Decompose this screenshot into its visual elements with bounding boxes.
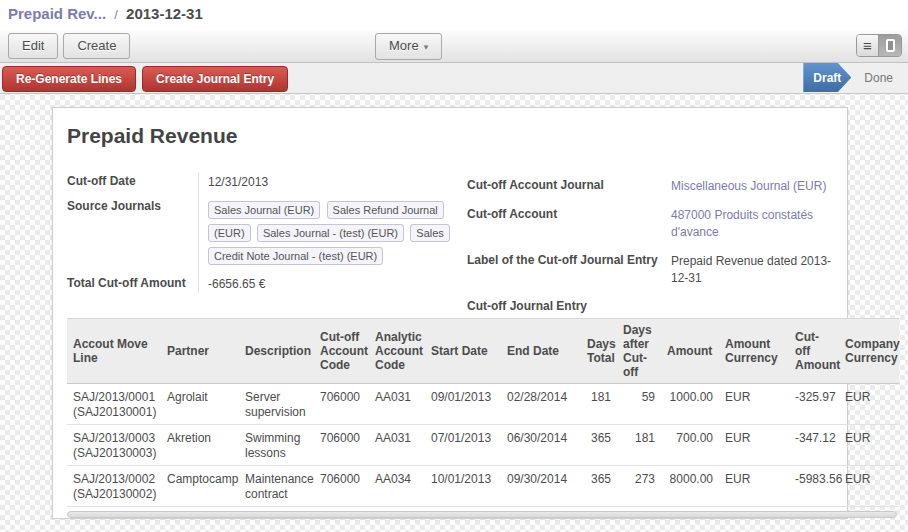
table-cell: 181 [581, 384, 617, 425]
table-cell: Akretion [161, 425, 239, 466]
table-header-cell[interactable]: Description [239, 319, 314, 384]
list-view-button[interactable]: ≡ [857, 35, 879, 56]
table-header-cell[interactable]: Amount Currency [719, 319, 789, 384]
table-cell: 10/01/2013 [425, 466, 501, 507]
journal-tag[interactable]: Sales Journal (EUR) [208, 201, 320, 219]
table-cell: EUR [839, 466, 899, 507]
table-cell: 700.00 [661, 425, 719, 466]
table-header-cell[interactable]: Accout Move Line [67, 319, 161, 384]
cutoff-account-link[interactable]: 487000 Produits constatés d'avance [667, 203, 839, 245]
view-switcher: ≡ [856, 34, 902, 57]
field-cutoff-journal-entry: Cut-off Journal Entry [467, 295, 847, 318]
breadcrumb-current: 2013-12-31 [126, 5, 203, 22]
status-done: Done [851, 63, 908, 92]
edit-button[interactable]: Edit [8, 33, 58, 59]
table-cell: -5983.56 [789, 466, 839, 507]
table-header-cell[interactable]: Start Date [425, 319, 501, 384]
field-cutoff-account-journal: Cut-off Account Journal Miscellaneous Jo… [467, 174, 847, 199]
table-cell: 706000 [314, 425, 369, 466]
table-row[interactable]: SAJ/2013/0002 (SAJ20130002) Camptocamp M… [67, 466, 899, 507]
table-cell: 07/01/2013 [425, 425, 501, 466]
form-right-group: Cut-off Account Journal Miscellaneous Jo… [467, 174, 847, 322]
field-source-journals: Source Journals Sales Journal (EUR) Sale… [67, 195, 465, 272]
table-cell: 706000 [314, 384, 369, 425]
table-cell: Swimming lessons [239, 425, 314, 466]
action-buttons-group: Re-Generate Lines Create Journal Entry [2, 66, 288, 92]
breadcrumb: Prepaid Rev... / 2013-12-31 [0, 0, 908, 22]
table-cell: EUR [839, 425, 899, 466]
table-cell: AA031 [369, 425, 425, 466]
table-cell: -325.97 [789, 384, 839, 425]
action-bar: Re-Generate Lines Create Journal Entry D… [0, 63, 908, 94]
field-cutoff-date: Cut-off Date 12/31/2013 [67, 170, 465, 195]
table-cell: 09/30/2014 [501, 466, 581, 507]
table-cell: EUR [719, 466, 789, 507]
form-sheet: Prepaid Revenue Cut-off Date 12/31/2013 … [52, 107, 848, 519]
field-cutoff-account: Cut-off Account 487000 Produits constaté… [467, 203, 847, 245]
more-button-label: More [389, 38, 419, 53]
create-journal-entry-button[interactable]: Create Journal Entry [142, 66, 288, 92]
table-cell: 273 [617, 466, 661, 507]
form-left-group: Cut-off Date 12/31/2013 Source Journals … [67, 170, 465, 297]
table-cell: SAJ/2013/0002 (SAJ20130002) [67, 466, 161, 507]
entry-label-label: Label of the Cut-off Journal Entry [467, 249, 667, 268]
table-cell: 365 [581, 425, 617, 466]
total-cutoff-amount-label: Total Cut-off Amount [67, 272, 198, 291]
field-total-cutoff-amount: Total Cut-off Amount -6656.65 € [67, 272, 465, 297]
table-header-cell[interactable]: Cut-off Account Code [314, 319, 369, 384]
breadcrumb-parent-link[interactable]: Prepaid Rev... [8, 5, 106, 22]
journal-tags: Sales Journal (EUR) Sales Refund Journal… [208, 199, 466, 268]
cutoff-account-label: Cut-off Account [467, 203, 667, 222]
table-header-cell[interactable]: End Date [501, 319, 581, 384]
table-cell: 09/01/2013 [425, 384, 501, 425]
entry-label-value: Prepaid Revenue dated 2013-12-31 [667, 249, 839, 291]
table-cell: EUR [839, 384, 899, 425]
more-button[interactable]: More▾ [375, 33, 442, 60]
table-cell: SAJ/2013/0001 (SAJ20130001) [67, 384, 161, 425]
table-cell: Server supervision [239, 384, 314, 425]
cutoff-journal-entry-label: Cut-off Journal Entry [467, 295, 667, 314]
table-cell: 181 [617, 425, 661, 466]
table-cell: 706000 [314, 466, 369, 507]
table-cell: 02/28/2014 [501, 384, 581, 425]
create-button[interactable]: Create [63, 33, 130, 59]
field-entry-label: Label of the Cut-off Journal Entry Prepa… [467, 249, 847, 291]
table-cell: AA031 [369, 384, 425, 425]
toolbar: Edit Create More▾ ≡ [0, 30, 908, 63]
table-header-cell[interactable]: Days Total [581, 319, 617, 384]
total-cutoff-amount-value: -6656.65 € [198, 272, 460, 297]
table-cell: Maintenance contract [239, 466, 314, 507]
table-header-cell[interactable]: Cut-off Amount [789, 319, 839, 384]
list-icon: ≡ [863, 37, 872, 54]
journal-tag[interactable]: Sales Journal - (test) (EUR) [257, 224, 404, 242]
table-cell: 59 [617, 384, 661, 425]
regenerate-lines-button[interactable]: Re-Generate Lines [2, 66, 136, 92]
table-cell: EUR [719, 425, 789, 466]
table-cell: 8000.00 [661, 466, 719, 507]
table-row[interactable]: SAJ/2013/0001 (SAJ20130001) Agrolait Ser… [67, 384, 899, 425]
table-cell: Camptocamp [161, 466, 239, 507]
table-cell: AA034 [369, 466, 425, 507]
form-view-button[interactable] [879, 35, 901, 56]
table-header-cell[interactable]: Amount [661, 319, 719, 384]
cutoff-journal-entry-value [667, 295, 839, 318]
table-header-row: Accout Move Line Partner Description Cut… [67, 319, 899, 384]
lines-table: Accout Move Line Partner Description Cut… [67, 318, 899, 507]
table-header-cell[interactable]: Company Currency [839, 319, 899, 384]
source-journals-label: Source Journals [67, 195, 198, 214]
statusbar: Draft Done [803, 63, 908, 92]
cutoff-date-label: Cut-off Date [67, 170, 198, 189]
lines-table-container: Accout Move Line Partner Description Cut… [67, 318, 899, 518]
table-cell: -347.12 [789, 425, 839, 466]
horizontal-scrollbar[interactable] [67, 511, 897, 518]
chevron-down-icon: ▾ [424, 42, 429, 52]
cutoff-date-value: 12/31/2013 [198, 170, 460, 195]
source-journals-value: Sales Journal (EUR) Sales Refund Journal… [198, 195, 460, 272]
table-row[interactable]: SAJ/2013/0003 (SAJ20130003) Akretion Swi… [67, 425, 899, 466]
table-header-cell[interactable]: Partner [161, 319, 239, 384]
breadcrumb-separator: / [110, 7, 122, 22]
table-cell: SAJ/2013/0003 (SAJ20130003) [67, 425, 161, 466]
table-header-cell[interactable]: Analytic Account Code [369, 319, 425, 384]
table-header-cell[interactable]: Days after Cut-off [617, 319, 661, 384]
cutoff-account-journal-link[interactable]: Miscellaneous Journal (EUR) [667, 174, 839, 199]
